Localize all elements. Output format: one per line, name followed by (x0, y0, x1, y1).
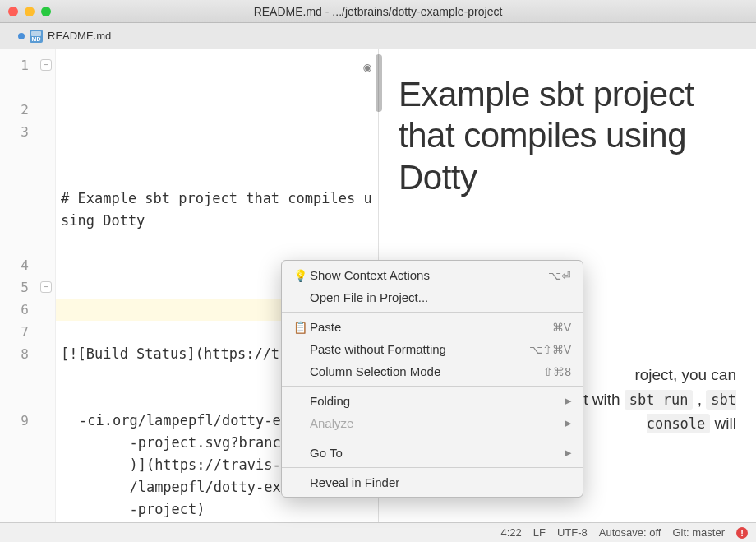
tab-filename: README.md (48, 30, 111, 42)
tab-bar: MD README.md (0, 23, 756, 49)
context-menu: 💡 Show Context Actions ⌥⏎ Open File in P… (281, 260, 583, 498)
preview-heading: Example sbt project that compiles using … (399, 74, 736, 198)
minimize-window-button[interactable] (25, 7, 35, 16)
line-number[interactable]: 7 (0, 321, 55, 343)
status-position[interactable]: 4:22 (500, 526, 521, 539)
clipboard-icon: 📋 (293, 321, 310, 334)
error-indicator-icon[interactable]: ! (736, 527, 748, 539)
menu-item-folding[interactable]: Folding ▶ (282, 390, 583, 412)
submenu-arrow-icon: ▶ (565, 447, 571, 458)
menu-separator (282, 312, 583, 313)
menu-item-show-context-actions[interactable]: 💡 Show Context Actions ⌥⏎ (282, 264, 583, 286)
line-number[interactable]: 5− (0, 276, 55, 299)
source-line: -project) (111, 498, 205, 521)
menu-item-go-to[interactable]: Go To ▶ (282, 442, 583, 464)
menu-separator (282, 438, 583, 438)
title-bar: README.md - .../jetbrains/dotty-example-… (0, 0, 756, 23)
window-title: README.md - .../jetbrains/dotty-example-… (254, 5, 503, 18)
gutter: 1− 2 3 4 5− 6 7 8 9 (0, 49, 56, 522)
line-number[interactable]: 8 (0, 343, 55, 410)
preview-code: sbt run (625, 390, 694, 410)
markdown-file-icon: MD (30, 30, 43, 43)
modified-indicator-icon (18, 33, 25, 39)
menu-item-analyze: Analyze ▶ (282, 412, 583, 434)
source-line: # Example sbt project that compiles usin… (61, 188, 373, 232)
menu-item-reveal-in-finder[interactable]: Reveal in Finder (282, 471, 583, 493)
menu-item-paste[interactable]: 📋 Paste ⌘V (282, 316, 583, 338)
menu-separator (282, 386, 583, 387)
line-number[interactable]: 6 (0, 299, 55, 321)
preview-toggle-icon[interactable]: ◉ (363, 56, 371, 78)
menu-separator (282, 467, 583, 468)
submenu-arrow-icon: ▶ (565, 396, 571, 406)
bulb-icon: 💡 (293, 269, 310, 282)
status-line-separator[interactable]: LF (533, 526, 546, 539)
menu-item-paste-no-format[interactable]: Paste without Formatting ⌥⇧⌘V (282, 338, 583, 360)
traffic-lights (8, 7, 51, 16)
line-number[interactable]: 3 (0, 121, 55, 254)
zoom-window-button[interactable] (41, 7, 51, 16)
line-number[interactable]: 1− (0, 54, 55, 99)
close-window-button[interactable] (8, 7, 18, 16)
line-number[interactable]: 2 (0, 99, 55, 121)
line-number[interactable]: 9 (0, 410, 55, 432)
scrollbar-thumb[interactable] (376, 54, 382, 112)
fold-marker-icon[interactable]: − (40, 59, 52, 71)
editor-tab-readme[interactable]: MD README.md (10, 26, 119, 46)
status-git-branch[interactable]: Git: master (672, 526, 725, 539)
fold-marker-icon[interactable]: − (40, 281, 52, 293)
status-encoding[interactable]: UTF-8 (557, 526, 588, 539)
status-autosave[interactable]: Autosave: off (599, 526, 662, 539)
submenu-arrow-icon: ▶ (565, 418, 571, 429)
menu-item-column-selection[interactable]: Column Selection Mode ⇧⌘8 (282, 360, 583, 382)
menu-item-open-in-project[interactable]: Open File in Project... (282, 286, 583, 308)
line-number[interactable]: 4 (0, 254, 55, 276)
